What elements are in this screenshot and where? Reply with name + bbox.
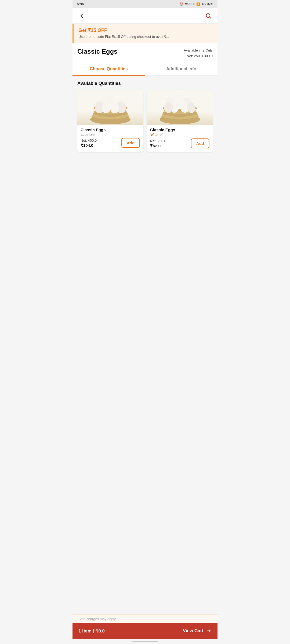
- status-icons: ⏰ Vo LTE 📶 4G 37%: [180, 2, 213, 6]
- card-title-1: Classic Eggs: [81, 127, 140, 132]
- card-title-2: Classic Eggs: [150, 127, 209, 132]
- section-title: Available Quantities: [77, 81, 213, 86]
- wifi-icon: 📶: [196, 2, 200, 6]
- card-body-1: Classic Eggs Eggs Item Net: 400.0 ₹104.0…: [77, 125, 143, 152]
- spice-hot-1: 🌶: [150, 133, 154, 137]
- card-net-2: Net: 250.0: [150, 139, 191, 143]
- tabs: Choose Quantities Additional Info: [73, 63, 218, 76]
- card-image-1: [77, 90, 143, 125]
- bottom-spacer: [73, 157, 218, 186]
- product-name: Classic Eggs: [77, 48, 117, 55]
- tab-choose-quantities[interactable]: Choose Quantities: [73, 63, 145, 76]
- add-button-1[interactable]: Add: [121, 138, 140, 148]
- product-net: Net: 250.0-300.0: [184, 53, 213, 59]
- promo-banner: Get ₹15 OFF Use promo code Flat Rs15 Off…: [73, 24, 218, 43]
- card-price-1: ₹104.0: [81, 143, 121, 148]
- main-content: Available Quantities: [73, 76, 218, 157]
- status-time: 6:36: [77, 2, 84, 6]
- promo-description: Use promo code Flat Rs15 Off during chec…: [78, 34, 213, 39]
- spice-icons-2: 🌶 🌶 🌶: [150, 133, 209, 137]
- product-card-2: Classic Eggs 🌶 🌶 🌶 Net: 250.0 ₹52.0 Add: [147, 90, 213, 152]
- product-availability: Available in 2 Cuts: [184, 48, 213, 53]
- card-price-block-2: Net: 250.0 ₹52.0: [150, 139, 191, 148]
- spice-mild-2: 🌶: [159, 133, 163, 137]
- back-button[interactable]: [77, 11, 86, 21]
- card-subtitle-1: Eggs Item: [81, 133, 140, 136]
- card-footer-2: Net: 250.0 ₹52.0 Add: [150, 138, 209, 148]
- battery-icon: 37%: [207, 2, 213, 6]
- tab-additional-info[interactable]: Additional Info: [145, 63, 218, 76]
- product-header: Classic Eggs Available in 2 Cuts Net: 25…: [73, 43, 218, 63]
- card-price-2: ₹52.0: [150, 144, 191, 148]
- product-meta: Available in 2 Cuts Net: 250.0-300.0: [184, 48, 213, 59]
- card-footer-1: Net: 400.0 ₹104.0 Add: [81, 138, 140, 148]
- promo-title: Get ₹15 OFF: [78, 27, 213, 33]
- search-button[interactable]: [204, 11, 213, 21]
- status-bar: 6:36 ⏰ Vo LTE 📶 4G 37%: [73, 0, 218, 8]
- volte-icon: Vo LTE: [185, 2, 195, 6]
- spice-mild-1: 🌶: [155, 133, 158, 137]
- cards-grid: Classic Eggs Eggs Item Net: 400.0 ₹104.0…: [77, 90, 213, 152]
- card-net-1: Net: 400.0: [81, 138, 121, 142]
- header: [73, 8, 218, 24]
- alarm-icon: ⏰: [180, 2, 183, 6]
- product-card-1: Classic Eggs Eggs Item Net: 400.0 ₹104.0…: [77, 90, 143, 152]
- card-price-block-1: Net: 400.0 ₹104.0: [81, 138, 121, 148]
- signal-icon: 4G: [202, 2, 206, 6]
- add-button-2[interactable]: Add: [191, 138, 209, 148]
- card-image-2: [147, 90, 213, 125]
- card-body-2: Classic Eggs 🌶 🌶 🌶 Net: 250.0 ₹52.0 Add: [147, 125, 213, 152]
